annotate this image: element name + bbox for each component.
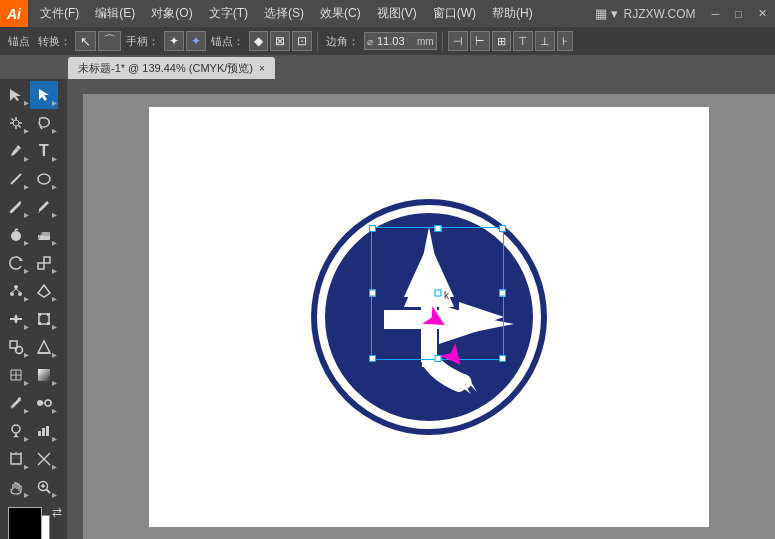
menu-view[interactable]: 视图(V) [369,0,425,27]
tool-selection[interactable]: ▸ [2,81,30,109]
handle-btn1[interactable]: ✦ [164,31,184,51]
workspace-switcher[interactable]: ▦ ▾ [589,6,624,21]
tool-mesh[interactable]: ▸ [2,361,30,389]
tool-graph[interactable]: ▸ [30,417,58,445]
svg-rect-34 [38,369,50,381]
text-tool-icon: T [39,142,49,160]
align-top-btn[interactable]: ⊤ [513,31,533,51]
menu-file[interactable]: 文件(F) [32,0,87,27]
align-left-btn[interactable]: ⊣ [448,31,468,51]
tool-blend[interactable]: ▸ [30,389,58,417]
tool-shape-builder[interactable]: ▸ [2,333,30,361]
tool-gradient[interactable]: ▸ [30,361,58,389]
tool-free-transform[interactable]: ▸ [30,305,58,333]
svg-rect-64 [384,310,464,324]
tool-line[interactable]: ▸ [2,165,30,193]
align-center-btn[interactable]: ⊢ [470,31,490,51]
site-label: RJZXW.COM [624,7,704,21]
svg-rect-27 [47,322,50,325]
ai-logo: Ai [0,0,28,27]
convert-anchor-btn1[interactable]: ↖ [75,31,96,51]
tool-slice[interactable]: ▸ [30,445,58,473]
tool-pencil[interactable]: ▸ [30,193,58,221]
window-controls: ─ □ ✕ [704,7,775,20]
swap-colors-icon[interactable]: ⇄ [52,505,62,519]
corner-input-group: ⌀ mm [364,32,437,50]
align-bottom-btn[interactable]: ⊦ [557,31,573,51]
tool-pen[interactable]: ▸ [2,137,30,165]
transform-label: 转换： [36,34,73,49]
anchor-btn1[interactable]: ◆ [249,31,268,51]
tool-perspective[interactable]: ▸ [30,333,58,361]
minimize-button[interactable]: ─ [704,8,728,20]
menu-effect[interactable]: 效果(C) [312,0,369,27]
tool-text[interactable]: T ▸ [30,137,58,165]
foreground-color-swatch[interactable] [8,507,42,539]
color-swatch-area: ⇄ [8,507,60,539]
tool-width[interactable]: ▸ [2,305,30,333]
maximize-button[interactable]: □ [727,8,750,20]
convert-anchor-btn2[interactable]: ⌒ [98,31,121,51]
menu-window[interactable]: 窗口(W) [425,0,484,27]
horizontal-ruler [83,79,775,94]
menu-bar: 文件(F) 编辑(E) 对象(O) 文字(T) 选择(S) 效果(C) 视图(V… [28,0,624,27]
svg-rect-15 [38,263,44,269]
tool-arrow-icon4: ▸ [52,125,57,136]
align-middle-btn[interactable]: ⊥ [535,31,555,51]
tool-scale[interactable]: ▸ [30,249,58,277]
tool-puppet-warp[interactable]: ▸ [2,277,30,305]
anchor-btn3[interactable]: ⊡ [292,31,312,51]
handle-btn2[interactable]: ✦ [186,31,206,51]
menu-text[interactable]: 文字(T) [201,0,256,27]
tool-ellipse[interactable]: ▸ [30,165,58,193]
anchor-label2: 锚点： [208,34,247,49]
separator1 [317,31,318,51]
tab-bar: 未标题-1* @ 139.44% (CMYK/预览) × [0,55,775,79]
svg-rect-16 [44,257,50,263]
tool-shaper[interactable]: ▸ [30,277,58,305]
menu-help[interactable]: 帮助(H) [484,0,541,27]
corner-value-input[interactable] [375,32,415,50]
tool-hand[interactable]: ▸ [2,473,30,501]
control-bar: 锚点 转换： ↖ ⌒ 手柄： ✦ ✦ 锚点： ◆ ⊠ ⊡ 边角： ⌀ mm ⊣ … [0,27,775,55]
tool-arrow-icon8: ▸ [52,181,57,192]
tool-artboard[interactable]: ▸ [2,445,30,473]
svg-point-36 [45,400,51,406]
tool-arrow-icon23: ▸ [24,405,29,416]
tool-arrow-icon6: ▸ [52,153,57,164]
tool-arrow-icon24: ▸ [52,405,57,416]
tool-eraser[interactable]: ▸ [30,221,58,249]
menu-select[interactable]: 选择(S) [256,0,312,27]
tool-arrow-icon2: ▸ [52,97,57,108]
canvas-area[interactable]: k [68,79,775,539]
tool-direct-selection[interactable]: ▸ [30,81,58,109]
road-sign: k [309,197,549,437]
svg-rect-40 [42,428,45,436]
svg-line-47 [47,490,51,494]
svg-point-9 [38,174,50,184]
svg-rect-67 [422,352,436,367]
anchor-btn2[interactable]: ⊠ [270,31,290,51]
tool-arrow-icon30: ▸ [52,489,57,500]
document-tab[interactable]: 未标题-1* @ 139.44% (CMYK/预览) × [68,57,275,79]
corner-label: 边角： [323,34,362,49]
tool-rotate[interactable]: ▸ [2,249,30,277]
align-right-btn[interactable]: ⊞ [492,31,511,51]
svg-point-17 [14,285,18,289]
tool-arrow-icon25: ▸ [24,433,29,444]
tool-zoom[interactable]: ▸ [30,473,58,501]
tool-magic-wand[interactable]: ▸ [2,109,30,137]
menu-object[interactable]: 对象(O) [143,0,200,27]
tool-eyedropper[interactable]: ▸ [2,389,30,417]
svg-line-5 [19,126,21,128]
svg-point-38 [12,425,20,433]
menu-edit[interactable]: 编辑(E) [87,0,143,27]
tab-close-button[interactable]: × [259,63,265,74]
tool-lasso[interactable]: ▸ [30,109,58,137]
tool-arrow-icon22: ▸ [52,377,57,388]
close-button[interactable]: ✕ [750,7,775,20]
tool-blob-brush[interactable]: ▸ [2,221,30,249]
tool-arrow-icon: ▸ [24,97,29,108]
tool-paintbrush[interactable]: ▸ [2,193,30,221]
tool-symbol-sprayer[interactable]: ▸ [2,417,30,445]
